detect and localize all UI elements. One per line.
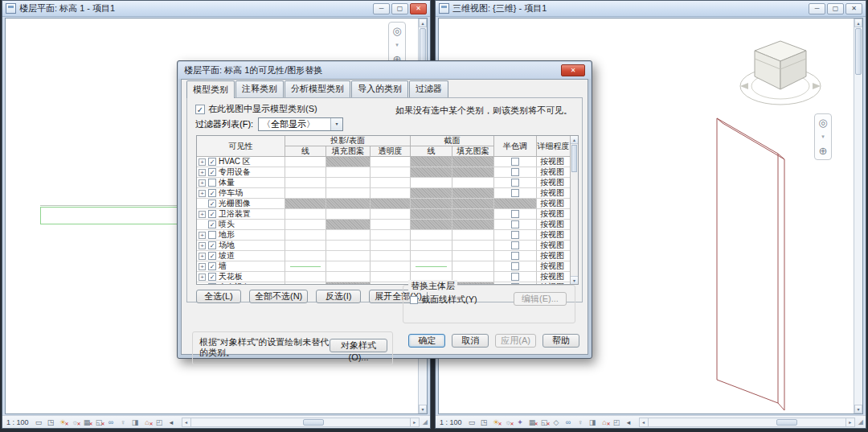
- override-cell-cp[interactable]: [452, 188, 494, 199]
- override-cell-pp[interactable]: [326, 241, 371, 251]
- category-visibility-cell[interactable]: +✓喷头: [197, 220, 285, 230]
- halftone-cell[interactable]: [494, 157, 537, 167]
- close-button[interactable]: ✕: [845, 3, 862, 14]
- override-cell-pp[interactable]: [326, 230, 371, 241]
- chevron-down-icon[interactable]: ▾: [821, 134, 825, 140]
- category-visibility-cell[interactable]: +✓停车场: [197, 188, 285, 199]
- shadows-icon[interactable]: ☼: [503, 418, 514, 427]
- halftone-checkbox[interactable]: [511, 262, 519, 270]
- override-cell-pp[interactable]: [326, 251, 371, 261]
- halftone-cell[interactable]: [494, 220, 537, 230]
- header-cut[interactable]: 截面: [411, 136, 494, 146]
- override-cell-pp[interactable]: [326, 282, 371, 284]
- expand-icon[interactable]: +: [199, 232, 206, 239]
- scroll-thumb[interactable]: [303, 419, 324, 426]
- override-cell-cp[interactable]: [452, 272, 494, 282]
- maximize-button[interactable]: ▢: [391, 3, 408, 14]
- override-cell-pp[interactable]: [326, 178, 371, 188]
- halftone-checkbox[interactable]: [511, 273, 519, 281]
- tab-4[interactable]: 过滤器: [409, 80, 448, 97]
- halftone-checkbox[interactable]: [511, 189, 519, 197]
- maximize-button[interactable]: ▢: [827, 3, 844, 14]
- category-checkbox[interactable]: ✓: [208, 210, 216, 218]
- steering-wheel-icon[interactable]: ◎: [818, 117, 827, 129]
- crop-region-icon[interactable]: ◱: [539, 418, 550, 427]
- close-button[interactable]: ✕: [410, 3, 427, 14]
- halftone-cell[interactable]: [494, 282, 537, 284]
- locked-3d-icon[interactable]: ◇: [551, 418, 562, 427]
- override-cell-cp[interactable]: [452, 261, 494, 272]
- halftone-cell[interactable]: [494, 178, 537, 188]
- override-cell-cl[interactable]: [411, 251, 452, 261]
- halftone-checkbox[interactable]: [511, 283, 519, 284]
- halftone-cell[interactable]: [494, 251, 537, 261]
- temp-view-props-icon[interactable]: ◨: [130, 418, 141, 427]
- ok-button[interactable]: 确定: [408, 334, 445, 348]
- override-cell-cp[interactable]: [452, 209, 494, 220]
- crop-view-icon[interactable]: ▦: [527, 418, 538, 427]
- halftone-checkbox[interactable]: [511, 231, 519, 239]
- expand-bar-icon[interactable]: ◂: [166, 418, 177, 427]
- halftone-cell[interactable]: [494, 261, 537, 272]
- category-visibility-cell[interactable]: +✓HVAC 区: [197, 157, 285, 167]
- category-checkbox[interactable]: ✓: [208, 168, 216, 176]
- override-cell-pl[interactable]: [285, 178, 326, 188]
- show-model-categories-row[interactable]: ✓ 在此视图中显示模型类别(S): [195, 103, 317, 115]
- view-scale[interactable]: 1 : 100: [6, 418, 29, 426]
- halftone-cell[interactable]: [494, 188, 537, 199]
- category-visibility-cell[interactable]: +体量: [197, 178, 285, 188]
- navigation-bar[interactable]: ◎ ▾ ⊕: [814, 113, 832, 160]
- override-cell-pt[interactable]: [371, 178, 411, 188]
- scroll-right-arrow[interactable]: ▸: [410, 418, 419, 426]
- override-cell-pp[interactable]: [326, 209, 371, 220]
- analytical-model-icon[interactable]: ⌂: [142, 418, 153, 427]
- halftone-cell[interactable]: [494, 199, 537, 209]
- horizontal-scrollbar[interactable]: ◂ ▸: [639, 418, 855, 427]
- detail-level-cell[interactable]: 按视图: [537, 178, 571, 188]
- override-cell-cp[interactable]: [452, 178, 494, 188]
- expand-icon[interactable]: +: [199, 190, 206, 197]
- override-cell-pl[interactable]: [285, 167, 326, 178]
- override-cell-cp[interactable]: [452, 157, 494, 167]
- category-checkbox[interactable]: ✓: [208, 252, 216, 260]
- tab-2[interactable]: 分析模型类别: [285, 80, 350, 97]
- tab-3[interactable]: 导入的类别: [351, 80, 408, 97]
- override-cell-cl[interactable]: [411, 241, 452, 251]
- category-visibility-cell[interactable]: +✓安全设备: [197, 282, 285, 284]
- crop-view-icon[interactable]: ▦: [82, 418, 92, 427]
- category-checkbox[interactable]: ✓: [208, 273, 216, 281]
- header-cut-lines[interactable]: 线: [411, 146, 452, 157]
- dialog-titlebar[interactable]: 楼层平面: 标高 1的可见性/图形替换 ✕: [178, 62, 591, 79]
- header-proj-lines[interactable]: 线: [285, 146, 326, 157]
- scroll-left-arrow[interactable]: ◂: [640, 418, 649, 426]
- reveal-hidden-icon[interactable]: ♀: [118, 418, 129, 427]
- cut-line-styles-row[interactable]: 截面线样式(Y): [410, 294, 477, 306]
- override-cell-pl[interactable]: [285, 188, 326, 199]
- expand-icon[interactable]: +: [199, 253, 206, 260]
- halftone-checkbox[interactable]: [511, 168, 519, 176]
- override-cell-cp[interactable]: [452, 241, 494, 251]
- category-checkbox[interactable]: ✓: [208, 158, 216, 166]
- visual-style-icon[interactable]: ◳: [46, 418, 56, 427]
- resize-grip[interactable]: ◢: [423, 418, 428, 426]
- category-visibility-cell[interactable]: +✓天花板: [197, 272, 285, 282]
- scroll-up-arrow[interactable]: ▴: [571, 136, 578, 144]
- scroll-up-arrow[interactable]: ▴: [854, 19, 862, 27]
- category-visibility-cell[interactable]: +地形: [197, 230, 285, 241]
- category-checkbox[interactable]: [208, 231, 216, 239]
- tab-0[interactable]: 模型类别: [186, 80, 235, 98]
- detail-level-cell[interactable]: 按视图: [537, 241, 571, 251]
- expand-icon[interactable]: +: [199, 263, 206, 270]
- vertical-scrollbar[interactable]: ▴ ▾: [854, 19, 862, 413]
- view-scale[interactable]: 1 : 100: [440, 418, 462, 426]
- halftone-checkbox[interactable]: [511, 158, 519, 166]
- override-cell-pt[interactable]: [371, 241, 411, 251]
- apply-button[interactable]: 应用(A): [495, 334, 536, 348]
- override-cell-pl[interactable]: [285, 157, 326, 167]
- edit-button[interactable]: 编辑(E)...: [514, 292, 567, 306]
- category-checkbox[interactable]: ✓: [208, 189, 216, 197]
- detail-level-cell[interactable]: 按视图: [537, 199, 571, 209]
- override-cell-pp[interactable]: [326, 199, 371, 209]
- override-cell-cp[interactable]: [452, 167, 494, 178]
- detail-level-cell[interactable]: 按视图: [537, 209, 571, 220]
